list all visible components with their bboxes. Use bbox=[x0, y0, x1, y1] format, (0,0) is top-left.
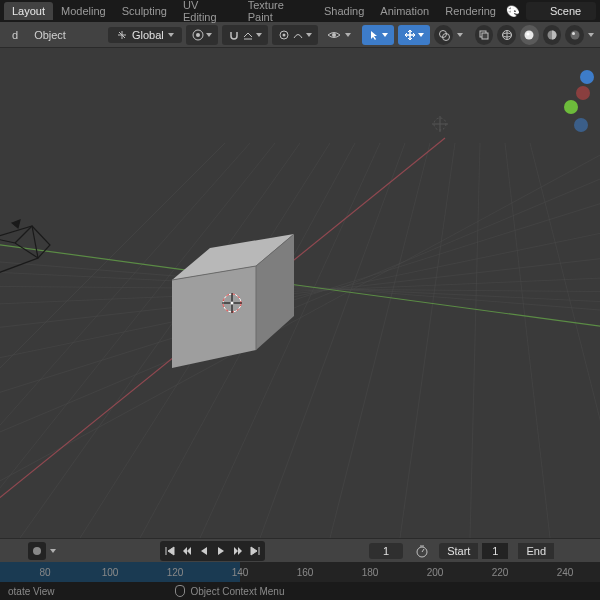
chevron-down-icon bbox=[418, 33, 424, 37]
ruler-tick: 100 bbox=[102, 567, 119, 578]
tab-modeling[interactable]: Modeling bbox=[53, 2, 114, 20]
current-frame-field[interactable]: 1 bbox=[369, 543, 403, 559]
chevron-down-icon[interactable] bbox=[457, 33, 463, 37]
svg-point-17 bbox=[572, 32, 575, 35]
ruler-tick: 120 bbox=[167, 567, 184, 578]
status-bar: otate View Object Context Menu bbox=[0, 582, 600, 600]
tab-uv-editing[interactable]: UV Editing bbox=[175, 0, 240, 26]
hint-rotate-view: otate View bbox=[8, 586, 55, 597]
ruler-tick: 140 bbox=[232, 567, 249, 578]
svg-line-31 bbox=[260, 143, 405, 538]
proportional-dropdown[interactable] bbox=[272, 25, 318, 45]
shading-material-button[interactable] bbox=[543, 25, 562, 45]
shading-rendered-button[interactable] bbox=[565, 25, 584, 45]
viewport-header: d Object Global bbox=[0, 22, 600, 48]
visibility-eye-icon[interactable] bbox=[326, 27, 341, 43]
chevron-down-icon bbox=[256, 33, 262, 37]
keyframe-prev-button[interactable] bbox=[179, 543, 195, 559]
start-frame-label: Start bbox=[439, 543, 478, 559]
snap-dropdown[interactable] bbox=[222, 25, 268, 45]
chevron-down-icon[interactable] bbox=[50, 549, 56, 553]
empty-object bbox=[432, 116, 448, 132]
wireframe-icon bbox=[501, 29, 513, 41]
hint-context-menu: Object Context Menu bbox=[191, 586, 285, 597]
svg-rect-9 bbox=[482, 33, 488, 39]
svg-line-19 bbox=[0, 223, 600, 368]
curve-icon bbox=[292, 29, 304, 41]
gizmo-axis-neg[interactable] bbox=[574, 118, 588, 132]
select-gizmo-button[interactable] bbox=[362, 25, 394, 45]
xray-button[interactable] bbox=[475, 25, 494, 45]
svg-point-53 bbox=[231, 302, 234, 305]
svg-line-36 bbox=[530, 143, 600, 538]
svg-point-5 bbox=[332, 33, 336, 37]
ruler-tick: 80 bbox=[39, 567, 50, 578]
frame-range-highlight bbox=[0, 562, 240, 582]
end-frame-label: End bbox=[518, 543, 554, 559]
stopwatch-icon[interactable] bbox=[415, 544, 429, 558]
jump-start-button[interactable] bbox=[162, 543, 178, 559]
start-frame-field[interactable]: 1 bbox=[482, 543, 508, 559]
cube-object[interactable] bbox=[172, 234, 294, 368]
ruler-tick: 200 bbox=[427, 567, 444, 578]
chevron-down-icon[interactable] bbox=[588, 33, 594, 37]
viewport-3d[interactable] bbox=[0, 48, 600, 538]
svg-line-32 bbox=[330, 143, 430, 538]
move-gizmo-icon bbox=[404, 29, 416, 41]
transform-orientation-dropdown[interactable]: Global bbox=[108, 27, 182, 43]
ruler-tick: 220 bbox=[492, 567, 509, 578]
snap-increment-icon bbox=[242, 29, 254, 41]
svg-line-20 bbox=[0, 253, 600, 333]
svg-point-16 bbox=[570, 30, 579, 39]
keyframe-next-button[interactable] bbox=[230, 543, 246, 559]
timeline-header: 1 Start 1 End bbox=[0, 538, 600, 562]
tab-layout[interactable]: Layout bbox=[4, 2, 53, 20]
record-dot-icon bbox=[33, 547, 41, 555]
svg-line-35 bbox=[505, 143, 550, 538]
shading-solid-button[interactable] bbox=[520, 25, 539, 45]
scene-name-field[interactable]: Scene bbox=[526, 2, 596, 20]
gizmo-axis-y[interactable] bbox=[564, 100, 578, 114]
tab-rendering[interactable]: Rendering bbox=[437, 2, 504, 20]
timeline-ruler[interactable]: 80 100 120 140 160 180 200 220 240 bbox=[0, 562, 600, 582]
overlay-icon bbox=[438, 29, 450, 41]
jump-end-button[interactable] bbox=[247, 543, 263, 559]
svg-point-4 bbox=[282, 33, 285, 36]
svg-point-14 bbox=[527, 32, 530, 35]
svg-line-25 bbox=[0, 158, 600, 453]
overlay-toggle-button[interactable] bbox=[434, 25, 453, 45]
gizmo-axis-x[interactable] bbox=[576, 86, 590, 100]
pivot-dropdown[interactable] bbox=[186, 25, 218, 45]
svg-line-34 bbox=[470, 143, 480, 538]
grid-floor bbox=[0, 128, 600, 538]
tab-texture-paint[interactable]: Texture Paint bbox=[240, 0, 316, 26]
cursor-arrow-icon bbox=[368, 29, 380, 41]
chevron-down-icon bbox=[382, 33, 388, 37]
tab-animation[interactable]: Animation bbox=[372, 2, 437, 20]
proportional-icon bbox=[278, 29, 290, 41]
tab-sculpting[interactable]: Sculpting bbox=[114, 2, 175, 20]
playback-controls bbox=[160, 541, 265, 561]
chevron-down-icon[interactable] bbox=[345, 33, 351, 37]
mode-partial: d bbox=[6, 29, 24, 41]
mouse-icon bbox=[175, 585, 185, 597]
chevron-down-icon bbox=[206, 33, 212, 37]
camera-wireframe bbox=[0, 220, 50, 273]
navigation-gizmo[interactable] bbox=[528, 52, 596, 140]
auto-keying-button[interactable] bbox=[28, 542, 46, 560]
orientation-label: Global bbox=[132, 29, 164, 41]
svg-point-0 bbox=[196, 33, 200, 37]
play-button[interactable] bbox=[213, 543, 229, 559]
object-menu[interactable]: Object bbox=[28, 29, 72, 41]
tab-shading[interactable]: Shading bbox=[316, 2, 372, 20]
ruler-tick: 240 bbox=[557, 567, 574, 578]
shading-wireframe-button[interactable] bbox=[497, 25, 516, 45]
workspace-tabs: Layout Modeling Sculpting UV Editing Tex… bbox=[0, 0, 600, 22]
svg-line-33 bbox=[400, 143, 455, 538]
gizmo-toggle-button[interactable] bbox=[398, 25, 430, 45]
play-reverse-button[interactable] bbox=[196, 543, 212, 559]
solid-sphere-icon bbox=[523, 29, 535, 41]
svg-line-55 bbox=[422, 549, 424, 552]
scene-browse-icon[interactable] bbox=[504, 2, 522, 20]
gizmo-axis-z[interactable] bbox=[580, 70, 594, 84]
